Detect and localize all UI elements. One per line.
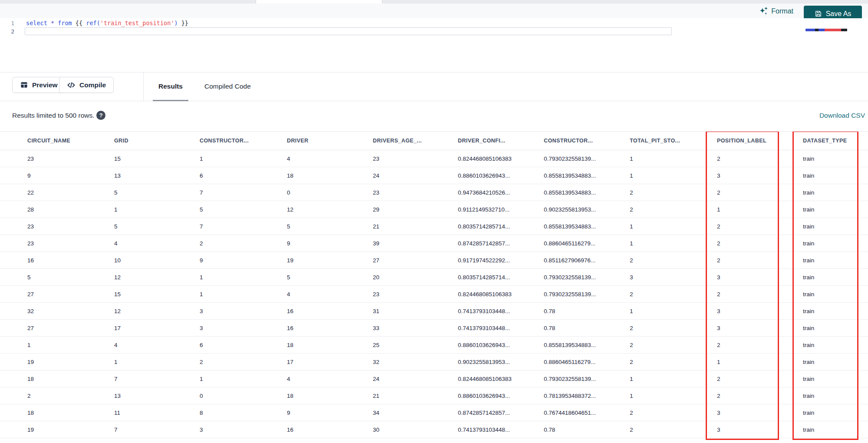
table-cell: 1 — [200, 376, 287, 382]
preview-button[interactable]: Preview — [12, 77, 66, 93]
table-cell: 24 — [373, 376, 458, 382]
table-cell: 3 — [717, 410, 803, 416]
table-cell: 1 — [630, 155, 717, 162]
table-cell: 16 — [27, 257, 114, 264]
table-cell: 9 — [287, 410, 373, 416]
action-bar: Preview Compile Results Compiled Code — [0, 73, 868, 101]
table-cell: 18 — [287, 342, 373, 348]
editor-cursor-line — [25, 27, 672, 35]
table-cell: 9 — [27, 172, 114, 179]
table-cell: train — [803, 393, 868, 399]
table-cell: 8 — [200, 410, 287, 416]
code-editor[interactable]: 1 2 select * from {{ ref('train_test_pos… — [0, 18, 868, 73]
table-cell: 27 — [27, 325, 114, 331]
tab-results[interactable]: Results — [153, 73, 188, 101]
table-cell: 0.7930232558139... — [544, 155, 630, 162]
table-cell: 5 — [287, 223, 373, 230]
table-cell: 1 — [630, 172, 717, 179]
table-cell: 3 — [717, 274, 803, 281]
table-cell: train — [803, 189, 868, 196]
table-cell: 1 — [200, 155, 287, 162]
table-cell: 5 — [200, 206, 287, 213]
table-cell: 23 — [27, 223, 114, 230]
table-cell: 17 — [287, 359, 373, 365]
table-cell: 5 — [287, 274, 373, 281]
table-cell: train — [803, 172, 868, 179]
table-cell: 0 — [287, 189, 373, 196]
table-cell: 23 — [27, 240, 114, 247]
table-row: 913618240.8860103626943...0.855813953488… — [0, 167, 868, 184]
table-cell: 32 — [27, 308, 114, 314]
table-cell: 3 — [717, 308, 803, 314]
table-cell: 1 — [717, 206, 803, 213]
compile-button[interactable]: Compile — [59, 77, 114, 93]
compile-label: Compile — [79, 81, 106, 89]
line-number-gutter: 1 2 — [0, 19, 19, 36]
table-row: 18714240.8244680851063830.7930232558139.… — [0, 370, 868, 387]
table-header-row: CIRCUIT_NAMEGRIDCONSTRUCTOR...DRIVERDRIV… — [0, 132, 868, 150]
editor-minimap — [806, 29, 847, 31]
table-cell: 18 — [287, 172, 373, 179]
format-button[interactable]: Format — [759, 7, 793, 16]
table-cell: 18 — [287, 393, 373, 399]
table-cell: 0.8035714285714... — [458, 223, 544, 230]
column-header-grid: GRID — [114, 138, 200, 144]
table-cell: 2 — [717, 189, 803, 196]
table-cell: 0.7413793103448... — [458, 325, 544, 331]
table-cell: 25 — [373, 342, 458, 348]
table-cell: 2 — [630, 206, 717, 213]
code-token: from — [58, 20, 72, 26]
download-csv-link[interactable]: Download CSV — [819, 112, 865, 119]
table-cell: 3 — [717, 426, 803, 433]
table-row: 51215200.8035714285714...0.7930232558139… — [0, 269, 868, 286]
table-cell: 22 — [27, 189, 114, 196]
table-cell: 15 — [114, 155, 200, 162]
line-number-active: 2 — [0, 27, 19, 36]
table-row: 23575210.8035714285714...0.8558139534883… — [0, 218, 868, 235]
code-token — [54, 20, 58, 26]
tab-compiled-code[interactable]: Compiled Code — [199, 73, 256, 101]
active-file-tab[interactable] — [256, 0, 382, 3]
table-cell: 0.8860465116279... — [544, 359, 630, 365]
table-cell: 2 — [717, 155, 803, 162]
results-limit-text: Results limited to 500 rows. — [12, 112, 95, 119]
table-row: 22570230.9473684210526...0.8558139534883… — [0, 184, 868, 201]
table-cell: 0.8742857142857... — [458, 240, 544, 247]
code-token: ref( — [86, 20, 100, 26]
table-cell: 34 — [373, 410, 458, 416]
code-icon — [67, 81, 76, 89]
table-cell: 0.7674418604651... — [544, 410, 630, 416]
table-cell: 1 — [630, 223, 717, 230]
results-info-row: Results limited to 500 rows. ? Download … — [0, 101, 868, 131]
table-cell: 1 — [630, 376, 717, 382]
table-cell: 29 — [373, 206, 458, 213]
table-cell: 1 — [630, 393, 717, 399]
table-cell: 3 — [717, 172, 803, 179]
column-header-driver-confi: DRIVER_CONFI... — [458, 138, 544, 144]
table-cell: 32 — [373, 359, 458, 365]
table-cell: 12 — [114, 308, 200, 314]
code-token: }} — [178, 20, 188, 26]
table-row: 23429390.8742857142857...0.8860465116279… — [0, 235, 868, 252]
tab-results-label: Results — [158, 83, 183, 90]
table-cell: 1 — [717, 359, 803, 365]
table-cell: 16 — [287, 426, 373, 433]
table-cell: 11 — [114, 410, 200, 416]
table-cell: 2 — [630, 342, 717, 348]
column-header-constructor: CONSTRUCTOR... — [200, 138, 287, 144]
table-cell: 3 — [630, 274, 717, 281]
tab-compiled-code-label: Compiled Code — [204, 83, 251, 90]
help-icon[interactable]: ? — [96, 111, 105, 120]
table-cell: train — [803, 240, 868, 247]
line-number: 1 — [0, 19, 19, 27]
table-cell: 21 — [373, 393, 458, 399]
column-header-total-pit-sto: TOTAL_PIT_STO... — [630, 138, 717, 144]
table-cell: 2 — [200, 240, 287, 247]
table-cell: 27 — [27, 291, 114, 298]
table-cell: 39 — [373, 240, 458, 247]
sparkles-icon — [759, 7, 768, 16]
table-cell: 6 — [200, 172, 287, 179]
table-cell: 20 — [373, 274, 458, 281]
table-cell: 2 — [717, 291, 803, 298]
table-cell: 4 — [114, 342, 200, 348]
